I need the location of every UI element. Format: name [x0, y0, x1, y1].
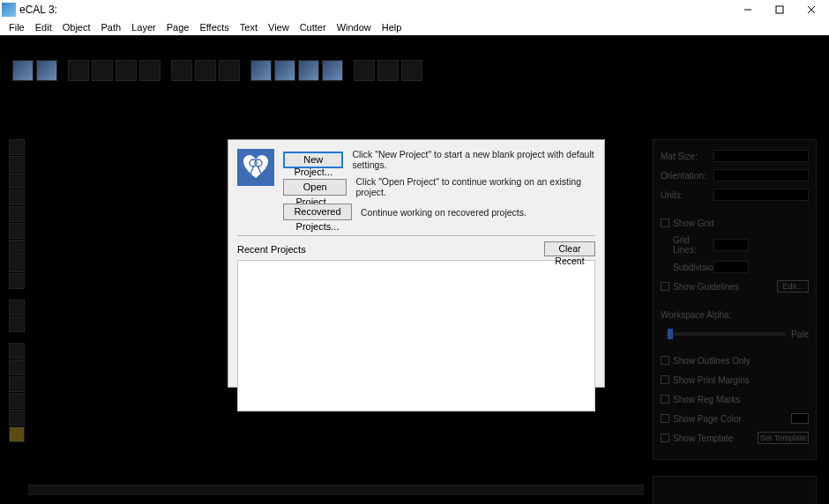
app-icon — [2, 3, 16, 17]
show-outlines-checkbox[interactable] — [661, 356, 669, 365]
toolbar-button[interactable] — [401, 60, 422, 81]
show-template-checkbox[interactable] — [661, 434, 669, 442]
menu-effects[interactable]: Effects — [194, 22, 234, 33]
tool-gradient[interactable] — [9, 316, 25, 332]
menu-page[interactable]: Page — [161, 22, 195, 33]
show-margins-checkbox[interactable] — [661, 375, 669, 384]
toolbar-button[interactable] — [274, 60, 295, 81]
recovered-projects-button[interactable]: Recovered Projects... — [283, 204, 352, 220]
orientation-label: Orientation: — [661, 171, 713, 181]
open-project-button[interactable]: Open Project... — [283, 179, 347, 196]
toolbar-button[interactable] — [322, 60, 343, 81]
toolbar-button[interactable] — [171, 60, 192, 81]
svg-rect-1 — [776, 6, 783, 13]
show-template-label: Show Template — [673, 434, 758, 443]
clear-recent-button[interactable]: Clear Recent — [544, 241, 595, 256]
menu-text[interactable]: Text — [235, 22, 263, 33]
toolbar-button[interactable] — [68, 60, 89, 81]
maximize-button[interactable] — [764, 0, 795, 19]
tool-type[interactable] — [9, 173, 25, 189]
tool-erase[interactable] — [9, 273, 25, 289]
tool-fill[interactable] — [9, 393, 25, 409]
menu-cutter[interactable]: Cutter — [295, 22, 332, 33]
show-page-color-checkbox[interactable] — [661, 414, 669, 423]
tool-palette — [9, 139, 25, 442]
menu-layer[interactable]: Layer — [126, 22, 161, 33]
toolbar-button[interactable] — [195, 60, 216, 81]
tool-brush[interactable] — [9, 240, 25, 256]
toolbar-button[interactable] — [139, 60, 161, 81]
show-grid-checkbox[interactable] — [661, 219, 669, 227]
titlebar: eCAL 3: — [0, 0, 829, 19]
tool-node[interactable] — [9, 156, 25, 172]
workspace-alpha-slider[interactable] — [666, 332, 786, 336]
recent-projects-list[interactable] — [237, 260, 595, 411]
orientation-select[interactable] — [713, 169, 809, 182]
show-outlines-label: Show Outlines Only — [673, 356, 751, 366]
tool-draw[interactable] — [9, 206, 25, 222]
minimize-button[interactable] — [732, 0, 764, 19]
units-select[interactable] — [713, 189, 809, 201]
toolbar-button[interactable] — [36, 60, 57, 81]
mat-size-label: Mat Size: — [661, 152, 713, 161]
tool-dropper[interactable] — [9, 300, 25, 315]
dialog-app-icon — [237, 149, 274, 186]
mat-size-select[interactable] — [713, 150, 809, 162]
toolbar-button[interactable] — [116, 60, 137, 81]
tool-pencil[interactable] — [9, 223, 25, 239]
subdivision-label: Subdivision: — [661, 263, 713, 272]
properties-panel: Mat Size: Orientation: Units: Show Grid … — [653, 139, 817, 504]
window-controls — [732, 0, 827, 19]
menu-edit[interactable]: Edit — [30, 22, 57, 33]
tool-stroke[interactable] — [9, 410, 25, 426]
show-reg-label: Show Reg Marks — [673, 395, 740, 404]
horizontal-scrollbar[interactable] — [28, 485, 644, 495]
start-dialog: New Project... Click "New Project" to st… — [228, 139, 605, 388]
main-toolbar — [0, 44, 829, 97]
window-title: eCAL 3: — [19, 4, 732, 16]
subdivision-input[interactable] — [713, 261, 749, 273]
toolbar-button[interactable] — [377, 60, 399, 81]
grid-lines-label: Grid Lines: — [661, 235, 713, 255]
show-reg-checkbox[interactable] — [661, 395, 669, 404]
menu-object[interactable]: Object — [57, 22, 96, 33]
preview-panel — [653, 476, 817, 504]
toolbar-button[interactable] — [12, 60, 34, 81]
tool-selection[interactable] — [9, 139, 25, 155]
menu-view[interactable]: View — [263, 22, 295, 33]
toolbar-button[interactable] — [298, 60, 319, 81]
tool-knife[interactable] — [9, 256, 25, 272]
toolbar-button[interactable] — [219, 60, 240, 81]
menu-help[interactable]: Help — [377, 22, 407, 33]
svg-point-5 — [255, 159, 262, 167]
toolbar-button[interactable] — [92, 60, 113, 81]
new-project-desc: Click "New Project" to start a new blank… — [352, 149, 595, 170]
new-project-button[interactable]: New Project... — [283, 152, 343, 168]
page-color-swatch[interactable] — [791, 413, 809, 424]
menu-file[interactable]: File — [4, 22, 30, 33]
tool-hand[interactable] — [9, 376, 25, 392]
close-button[interactable] — [795, 0, 827, 19]
workspace-alpha-value: Pale — [791, 330, 809, 339]
tool-measure[interactable] — [9, 343, 25, 359]
toolbar-button[interactable] — [250, 60, 272, 81]
edit-guidelines-button[interactable]: Edit... — [777, 280, 809, 293]
show-guidelines-label: Show Guidelines — [673, 282, 777, 292]
set-template-button[interactable]: Set Template — [758, 432, 809, 444]
show-margins-label: Show Print Margins — [673, 375, 750, 385]
show-page-color-label: Show Page Color — [673, 414, 791, 424]
show-guidelines-checkbox[interactable] — [661, 282, 669, 291]
menu-path[interactable]: Path — [96, 22, 127, 33]
workspace-alpha-label: Workspace Alpha: — [661, 310, 731, 320]
document-panel: Mat Size: Orientation: Units: Show Grid … — [653, 139, 817, 460]
menubar: File Edit Object Path Layer Page Effects… — [0, 19, 829, 35]
units-label: Units: — [661, 190, 713, 200]
recent-projects-label: Recent Projects — [237, 244, 544, 255]
grid-lines-input[interactable] — [713, 239, 749, 251]
tool-zoom[interactable] — [9, 359, 25, 375]
tool-color[interactable] — [9, 426, 25, 442]
tool-shape[interactable] — [9, 189, 25, 205]
toolbar-button[interactable] — [354, 60, 375, 81]
show-grid-label: Show Grid — [673, 219, 714, 228]
menu-window[interactable]: Window — [332, 22, 377, 33]
